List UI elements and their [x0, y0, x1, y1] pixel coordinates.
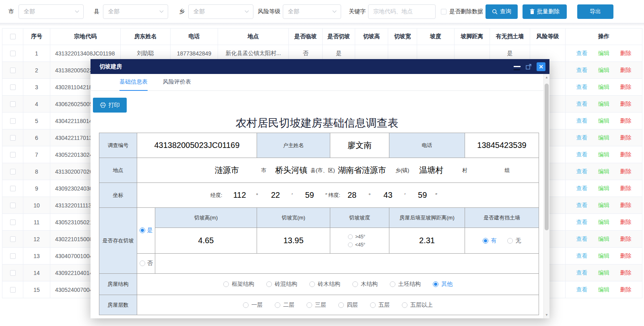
delete-link[interactable]: 删除 — [620, 84, 632, 91]
minimize-icon[interactable]: — — [514, 66, 521, 67]
view-link[interactable]: 查看 — [576, 134, 588, 141]
city-select[interactable]: 全部 — [19, 4, 84, 19]
edit-link[interactable]: 编辑 — [598, 134, 609, 141]
edit-link[interactable]: 编辑 — [598, 117, 609, 125]
edit-link[interactable]: 编辑 — [598, 168, 609, 175]
row-checkbox[interactable] — [10, 51, 16, 56]
row-checkbox[interactable] — [10, 236, 16, 242]
radio-option[interactable]: 土坯结构 — [390, 281, 421, 288]
view-link[interactable]: 查看 — [576, 151, 588, 158]
delete-link[interactable]: 删除 — [620, 134, 632, 141]
edit-link[interactable]: 编辑 — [598, 202, 609, 209]
radio-option[interactable]: 三层 — [307, 301, 326, 309]
risk-select[interactable]: 全部 — [283, 4, 341, 19]
radio-option[interactable]: 有 — [483, 237, 497, 244]
radio-option[interactable]: 其他 — [433, 281, 453, 288]
delete-link[interactable]: 删除 — [620, 185, 632, 192]
radio-option[interactable]: <45° — [348, 242, 365, 248]
print-button[interactable]: 打印 — [93, 98, 127, 113]
scroll-down-icon[interactable]: ▼ — [544, 313, 549, 317]
select-all-checkbox[interactable] — [10, 34, 16, 39]
row-checkbox[interactable] — [10, 68, 16, 73]
view-link[interactable]: 查看 — [576, 100, 588, 108]
edit-link[interactable]: 编辑 — [598, 185, 609, 192]
row-checkbox[interactable] — [10, 253, 16, 259]
row-checkbox[interactable] — [10, 118, 16, 124]
delete-link[interactable]: 删除 — [620, 168, 632, 175]
query-button[interactable]: 查询 — [486, 4, 518, 19]
view-link[interactable]: 查看 — [576, 84, 588, 91]
tab-basic-info[interactable]: 基础信息表 — [119, 74, 148, 91]
delete-filter-checkbox[interactable] — [441, 9, 446, 14]
delete-link[interactable]: 删除 — [620, 269, 632, 277]
edit-link[interactable]: 编辑 — [598, 50, 609, 57]
row-checkbox[interactable] — [10, 152, 16, 158]
keyword-input[interactable]: 宗地代码、地点 — [368, 4, 436, 19]
modal-scrollbar[interactable]: ▲ ▼ — [543, 74, 549, 318]
view-link[interactable]: 查看 — [576, 252, 588, 260]
view-link[interactable]: 查看 — [576, 117, 588, 125]
edit-link[interactable]: 编辑 — [598, 84, 609, 91]
row-checkbox[interactable] — [10, 287, 16, 293]
radio-option[interactable]: 一层 — [243, 301, 263, 309]
radio-option[interactable]: 框架结构 — [223, 281, 254, 288]
delete-link[interactable]: 删除 — [620, 202, 632, 209]
radio-option[interactable]: 四层 — [338, 301, 358, 309]
close-icon[interactable]: ✕ — [537, 62, 545, 71]
delete-link[interactable]: 删除 — [620, 117, 632, 125]
row-checkbox[interactable] — [10, 186, 16, 191]
row-checkbox[interactable] — [10, 101, 16, 107]
row-checkbox[interactable] — [10, 135, 16, 141]
radio-option[interactable]: 砖混结构 — [266, 281, 297, 288]
delete-link[interactable]: 删除 — [620, 67, 632, 74]
scrollbar-thumb[interactable] — [545, 84, 549, 230]
radio-option[interactable]: 五层 — [370, 301, 390, 309]
phone-value: 13845423539 — [465, 133, 539, 158]
edit-link[interactable]: 编辑 — [598, 269, 609, 277]
slope-no-radio[interactable]: 否 — [140, 260, 153, 267]
delete-link[interactable]: 删除 — [620, 219, 632, 226]
edit-link[interactable]: 编辑 — [598, 236, 609, 243]
modal-header[interactable]: 切坡建房 — ✕ — [91, 59, 549, 74]
batch-delete-button[interactable]: 批量删除 — [523, 4, 567, 19]
radio-option[interactable]: >45° — [348, 234, 365, 240]
delete-link[interactable]: 删除 — [620, 236, 632, 243]
radio-option[interactable]: 无 — [507, 237, 521, 244]
radio-option[interactable]: 砖木结构 — [309, 281, 340, 288]
delete-link[interactable]: 删除 — [620, 252, 632, 260]
view-link[interactable]: 查看 — [576, 286, 588, 293]
edit-link[interactable]: 编辑 — [598, 67, 609, 74]
view-link[interactable]: 查看 — [576, 236, 588, 243]
radio-option[interactable]: 二层 — [275, 301, 294, 309]
maximize-icon[interactable] — [526, 64, 531, 70]
township-select[interactable]: 全部 — [188, 4, 253, 19]
row-checkbox[interactable] — [10, 84, 16, 90]
row-checkbox[interactable] — [10, 203, 16, 208]
view-link[interactable]: 查看 — [576, 269, 588, 277]
radio-option[interactable]: 五层以上 — [402, 301, 433, 309]
edit-link[interactable]: 编辑 — [598, 286, 609, 293]
edit-link[interactable]: 编辑 — [598, 151, 609, 158]
county-select[interactable]: 全部 — [103, 4, 168, 19]
view-link[interactable]: 查看 — [576, 185, 588, 192]
scroll-up-icon[interactable]: ▲ — [544, 76, 549, 79]
delete-link[interactable]: 删除 — [620, 151, 632, 158]
delete-link[interactable]: 删除 — [620, 50, 632, 57]
edit-link[interactable]: 编辑 — [598, 252, 609, 260]
row-checkbox[interactable] — [10, 219, 16, 225]
view-link[interactable]: 查看 — [576, 219, 588, 226]
delete-link[interactable]: 删除 — [620, 100, 632, 108]
radio-option[interactable]: 木结构 — [352, 281, 378, 288]
view-link[interactable]: 查看 — [576, 67, 588, 74]
slope-yes-radio[interactable]: 是 — [140, 227, 153, 234]
edit-link[interactable]: 编辑 — [598, 219, 609, 226]
delete-link[interactable]: 删除 — [620, 286, 632, 293]
view-link[interactable]: 查看 — [576, 202, 588, 209]
tab-risk-evaluation[interactable]: 风险评价表 — [163, 74, 191, 91]
row-checkbox[interactable] — [10, 270, 16, 276]
export-button[interactable]: 导出 — [577, 4, 613, 19]
row-checkbox[interactable] — [10, 169, 16, 174]
edit-link[interactable]: 编辑 — [598, 100, 609, 108]
view-link[interactable]: 查看 — [576, 168, 588, 175]
view-link[interactable]: 查看 — [576, 50, 588, 57]
